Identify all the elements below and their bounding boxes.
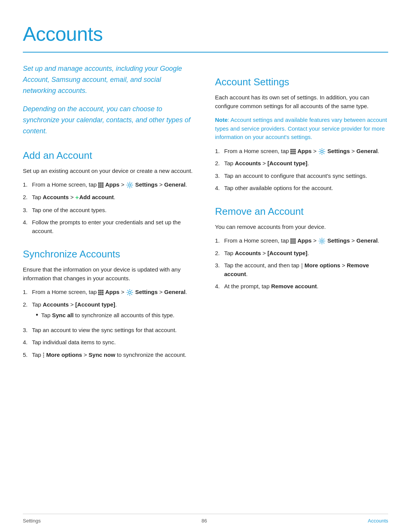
remove-step-3: 3. Tap the account, and then tap More op… xyxy=(215,261,388,278)
add-account-intro: Set up an existing account on your devic… xyxy=(23,167,196,176)
left-column: Set up and manage accounts, including yo… xyxy=(23,63,196,363)
apps-icon-rm1 xyxy=(290,238,296,244)
sync-accounts-steps: 1. From a Home screen, tap Apps > xyxy=(23,288,196,359)
right-column: Account Settings Each account has its ow… xyxy=(215,63,388,363)
sync-step-4: 4. Tap individual data items to sync. xyxy=(23,338,196,347)
remove-step-1: 1. From a Home screen, tap Apps > xyxy=(215,236,388,245)
sync-step-5: 5. Tap More options > Sync now to synchr… xyxy=(23,351,196,359)
add-account-step-1: 1. From a Home screen, tap Apps > xyxy=(23,181,196,189)
plus-icon: + xyxy=(75,193,79,202)
acct-settings-step-1: 1. From a Home screen, tap Apps > xyxy=(215,147,388,156)
apps-icon-as1 xyxy=(290,149,296,154)
apps-label: Apps xyxy=(105,181,119,188)
apps-icon-sync1 xyxy=(98,290,104,295)
footer-center: 86 xyxy=(202,517,207,525)
add-account-step-4: 4. Follow the prompts to enter your cred… xyxy=(23,218,196,235)
page-title: Accounts xyxy=(23,19,388,49)
acct-settings-step-3: 3. Tap an account to configure that acco… xyxy=(215,172,388,181)
sync-step-1: 1. From a Home screen, tap Apps > xyxy=(23,288,196,297)
svg-point-0 xyxy=(129,184,131,186)
apps-icon xyxy=(98,182,104,188)
add-account-heading: Add an Account xyxy=(23,148,196,163)
remove-account-intro: You can remove accounts from your device… xyxy=(215,223,388,232)
add-account-step-2: 2. Tap Accounts > +Add account. xyxy=(23,193,196,202)
remove-step-2: 2. Tap Accounts > [Account type]. xyxy=(215,249,388,258)
settings-icon-as1 xyxy=(319,148,325,155)
settings-icon-sync1 xyxy=(126,289,133,296)
svg-point-3 xyxy=(321,240,323,242)
page-container: Accounts Set up and manage accounts, inc… xyxy=(0,0,411,532)
account-settings-note: Note: Account settings and available fea… xyxy=(215,116,388,142)
intro-paragraph-2: Depending on the account, you can choose… xyxy=(23,104,196,136)
general-label: General xyxy=(164,181,185,188)
acct-settings-step-2: 2. Tap Accounts > [Account type]. xyxy=(215,159,388,168)
sync-accounts-heading: Synchronize Accounts xyxy=(23,247,196,262)
intro-paragraph-1: Set up and manage accounts, including yo… xyxy=(23,63,196,96)
footer-right: Accounts xyxy=(368,517,388,525)
svg-point-2 xyxy=(321,150,323,153)
sync-accounts-intro: Ensure that the information on your devi… xyxy=(23,265,196,283)
add-account-steps: 1. From a Home screen, tap Apps > xyxy=(23,181,196,235)
note-label: Note xyxy=(215,117,228,123)
sync-step-3: 3. Tap an account to view the sync setti… xyxy=(23,326,196,335)
note-text: Note: Account settings and available fea… xyxy=(215,116,388,142)
account-settings-heading: Account Settings xyxy=(215,75,388,89)
settings-icon-rm1 xyxy=(319,238,325,244)
settings-icon xyxy=(126,182,133,189)
svg-point-1 xyxy=(129,291,131,294)
remove-step-4: 4. At the prompt, tap Remove account. xyxy=(215,282,388,291)
title-divider xyxy=(23,52,388,53)
page-footer: Settings 86 Accounts xyxy=(23,514,388,525)
remove-account-steps: 1. From a Home screen, tap Apps > xyxy=(215,236,388,291)
sync-bullet-1: • Tap Sync all to synchronize all accoun… xyxy=(36,311,196,320)
footer-left: Settings xyxy=(23,517,41,525)
sync-step-2: 2. Tap Accounts > [Account type]. • Tap … xyxy=(23,300,196,322)
add-account-label: Add account xyxy=(79,194,114,200)
remove-account-heading: Remove an Account xyxy=(215,204,388,219)
accounts-label-step2: Accounts xyxy=(43,194,68,200)
more-options-icon-rm xyxy=(301,264,303,268)
account-settings-intro: Each account has its own set of settings… xyxy=(215,93,388,110)
account-settings-steps: 1. From a Home screen, tap Apps > xyxy=(215,147,388,193)
settings-label: Settings xyxy=(135,181,158,188)
acct-settings-step-4: 4. Tap other available options for the a… xyxy=(215,184,388,193)
sync-bullet-list: • Tap Sync all to synchronize all accoun… xyxy=(32,311,196,320)
more-options-icon-sync xyxy=(43,353,44,358)
add-account-step-3: 3. Tap one of the account types. xyxy=(23,206,196,215)
two-column-layout: Set up and manage accounts, including yo… xyxy=(23,63,388,363)
